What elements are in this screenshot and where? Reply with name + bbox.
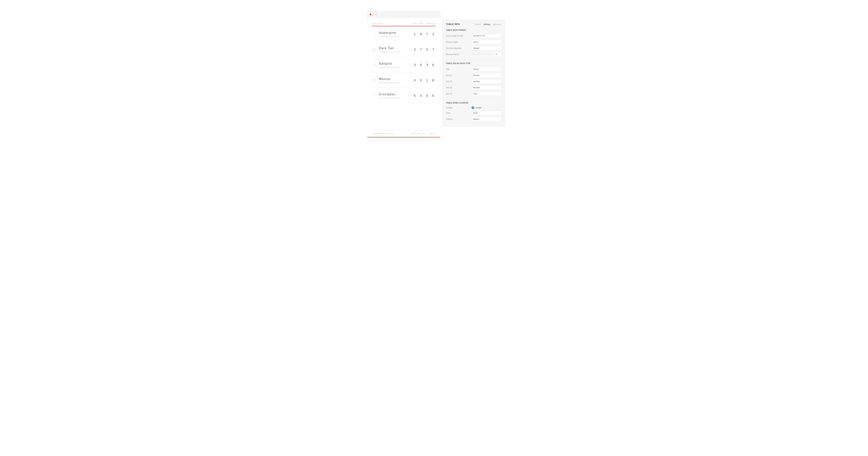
table-cell: 8: [431, 78, 435, 82]
pager-next[interactable]: NEXT: [430, 133, 435, 135]
window-dot-close[interactable]: [370, 14, 371, 15]
table-cell: 5: [419, 78, 423, 82]
table-cell: 2: [431, 32, 435, 36]
select-source-date[interactable]: DD MM YYYY ⌄: [472, 34, 501, 38]
unlink-icon: [372, 93, 377, 98]
table-header-col-2[interactable]: TWO: [419, 23, 423, 24]
table-cell: 1: [425, 78, 429, 82]
chevron-down-icon: ⌄: [498, 118, 500, 120]
table-row[interactable]: Dark TanLorem ipsum dolor sit amet2757: [372, 41, 435, 57]
field-decimal-separator: Decimal Separator Default ⌄: [446, 46, 501, 50]
select-decimal-separator[interactable]: Default ⌄: [472, 46, 501, 50]
field-type-0: TitleString⌄: [446, 67, 501, 71]
field-decimal-places: Decimal Places 0: [446, 52, 501, 56]
table-row[interactable]: SangriaLorem ipsum dolor sit amet3636: [372, 57, 435, 73]
table-row[interactable]: AubergineLorem ipsum dolor sit amet1872: [372, 26, 435, 41]
section-title-types: TABLE FIELDS DATA TYPE: [446, 62, 501, 64]
chevron-down-icon: ⌄: [498, 35, 500, 37]
table-row-values: 4518: [413, 78, 435, 82]
window-titlebar: [367, 11, 440, 18]
table-cell: 5: [431, 94, 435, 98]
table-row-title: Dark Tan: [379, 46, 413, 50]
table-rows: AubergineLorem ipsum dolor sit amet1872D…: [372, 26, 435, 130]
chevron-down-icon: ⌄: [498, 75, 500, 76]
table-header-col-4[interactable]: FOUR: [431, 23, 435, 24]
label-type-2: Text #2: [446, 80, 472, 83]
select-counter-visibility[interactable]: Always ⌄: [472, 117, 501, 121]
table-row-subtitle: Lorem ipsum dolor sit amet: [379, 36, 413, 37]
slider-decimal-places-value[interactable]: 0: [494, 52, 501, 56]
table-cell: 7: [419, 48, 423, 52]
tab-settings[interactable]: Settings: [484, 23, 490, 25]
select-counter-visibility-value: Always: [473, 118, 479, 120]
select-type-0[interactable]: String⌄: [472, 67, 501, 71]
label-counter: Counter: [446, 107, 472, 109]
section-data-format: TABLE DATA FORMAT Source Date Format DD …: [446, 29, 501, 60]
table-row-values: 3636: [413, 63, 435, 67]
preview-window: ITEM TITLE ↓↑ ONETWOTHREEFOUR AubergineL…: [367, 11, 440, 138]
table-cell: 5: [413, 94, 417, 98]
tab-advanced[interactable]: Advanced: [493, 23, 501, 25]
select-type-2-value: Number: [473, 80, 480, 83]
tab-content[interactable]: Content: [474, 23, 481, 25]
table-row[interactable]: MonzaLorem ipsum dolor sit amet4518: [372, 73, 435, 88]
section-title-format: TABLE DATA FORMAT: [446, 29, 501, 31]
table-header: ITEM TITLE ↓↑ ONETWOTHREEFOUR: [372, 23, 435, 24]
table-cell: 3: [425, 63, 429, 67]
table-cell: 2: [413, 48, 417, 52]
field-type-2: Text #2Number⌄: [446, 79, 501, 84]
window-dot-minimize[interactable]: [373, 14, 374, 15]
select-type-0-value: String: [473, 68, 478, 70]
select-type-4[interactable]: Date⌄: [472, 91, 501, 96]
table-row-title: Sangria: [379, 62, 413, 65]
svg-rect-0: [373, 33, 375, 35]
table-cell: 5: [425, 48, 429, 52]
table-row-subtitle: Lorem ipsum dolor sit amet: [379, 66, 413, 68]
select-source-date-value: DD MM YYYY: [473, 35, 485, 37]
pager-page-2[interactable]: 2: [427, 133, 428, 135]
table-header-col-3[interactable]: THREE: [425, 23, 429, 24]
check-icon: [472, 106, 474, 109]
field-counter: Counter Enable: [446, 106, 501, 109]
select-type-3[interactable]: Number⌄: [472, 85, 501, 90]
panel-header: TABLE RPO ContentSettingsAdvanced: [446, 23, 501, 26]
pager-status: SHOWING PAGE 1 OF 2: [372, 133, 395, 135]
label-source-date: Source Date Format: [446, 35, 472, 37]
label-counter-style: Style: [446, 112, 472, 114]
select-counter-style[interactable]: None ⌄: [472, 111, 501, 115]
field-counter-style: Style None ⌄: [446, 111, 501, 115]
table-row[interactable]: GrenadierLorem ipsum dolor sit amet5405: [372, 88, 435, 103]
table-cell: 1: [413, 32, 417, 36]
pager: SHOWING PAGE 1 OF 2 PREVIOUS 12 NEXT: [372, 130, 435, 137]
table-header-title-label: ITEM TITLE: [372, 23, 382, 24]
table-row-text: MonzaLorem ipsum dolor sit amet: [377, 77, 413, 84]
select-type-2[interactable]: Number⌄: [472, 79, 501, 84]
chevron-down-icon: ⌄: [498, 68, 500, 70]
select-type-3-value: Number: [473, 86, 480, 89]
label-type-1: Text #1: [446, 74, 472, 76]
table-header-columns: ONETWOTHREEFOUR: [413, 23, 435, 24]
table-row-text: SangriaLorem ipsum dolor sit amet: [377, 62, 413, 68]
table-row-title: Monza: [379, 77, 413, 81]
label-type-3: Text #3: [446, 86, 472, 89]
table-row-subtitle: Lorem ipsum dolor sit amet: [379, 51, 413, 53]
chevron-down-icon: ⌄: [498, 41, 500, 43]
chevron-down-icon: ⌄: [498, 112, 500, 114]
settings-panel: TABLE RPO ContentSettingsAdvanced TABLE …: [442, 20, 505, 127]
label-decimal-places: Decimal Places: [446, 53, 472, 55]
select-type-1[interactable]: Number⌄: [472, 73, 501, 78]
field-type-1: Text #1Number⌄: [446, 73, 501, 78]
table-cell: 6: [431, 63, 435, 67]
slider-decimal-places[interactable]: [472, 54, 493, 54]
window-dot-maximize[interactable]: [375, 14, 377, 15]
checkbox-counter[interactable]: Enable: [472, 106, 482, 109]
select-convert-dates[interactable]: None ⌄: [472, 40, 501, 44]
panel-title: TABLE RPO: [446, 23, 460, 26]
pager-page-1[interactable]: 1: [424, 133, 425, 135]
table-row-title: Aubergine: [379, 31, 413, 35]
pager-previous[interactable]: PREVIOUS: [411, 133, 421, 135]
table-header-title[interactable]: ITEM TITLE ↓↑: [372, 23, 385, 24]
table-row-text: Dark TanLorem ipsum dolor sit amet: [377, 46, 413, 53]
slider-thumb[interactable]: [481, 53, 483, 55]
table-header-col-1[interactable]: ONE: [413, 23, 417, 24]
